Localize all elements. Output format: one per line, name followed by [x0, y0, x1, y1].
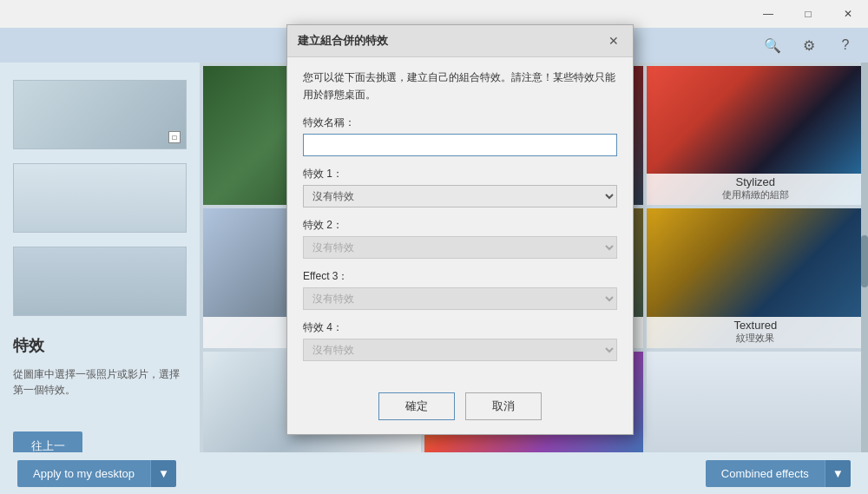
dialog: 建立組合併的特效 ✕ 您可以從下面去挑選，建立自己的組合特效。請注意！某些特效只…	[286, 24, 634, 434]
effect3-label: Effect 3：	[303, 269, 617, 284]
dialog-cancel-button[interactable]: 取消	[465, 392, 542, 420]
effect-name-input[interactable]	[303, 134, 617, 156]
dialog-title-bar: 建立組合併的特效 ✕	[287, 25, 633, 57]
effect-name-group: 特效名稱：	[303, 115, 617, 156]
effect2-label: 特效 2：	[303, 218, 617, 233]
dialog-footer: 確定 取消	[287, 384, 633, 434]
effect4-label: 特效 4：	[303, 320, 617, 335]
dialog-description: 您可以從下面去挑選，建立自己的組合特效。請注意！某些特效只能用於靜態桌面。	[303, 69, 617, 102]
dialog-ok-button[interactable]: 確定	[378, 392, 455, 420]
effect4-group: 特效 4： 沒有特效	[303, 320, 617, 361]
dialog-title: 建立組合併的特效	[298, 33, 388, 49]
effect-name-label: 特效名稱：	[303, 115, 617, 130]
dialog-overlay: 建立組合併的特效 ✕ 您可以從下面去挑選，建立自己的組合特效。請注意！某些特效只…	[0, 0, 868, 494]
dialog-close-button[interactable]: ✕	[605, 32, 622, 49]
effect1-label: 特效 1：	[303, 167, 617, 181]
effect2-group: 特效 2： 沒有特效	[303, 218, 617, 259]
effect1-group: 特效 1： 沒有特效	[303, 167, 617, 207]
effect3-select[interactable]: 沒有特效	[303, 287, 617, 310]
dialog-body: 您可以從下面去挑選，建立自己的組合特效。請注意！某些特效只能用於靜態桌面。 特效…	[287, 57, 633, 383]
effect4-select[interactable]: 沒有特效	[303, 339, 617, 361]
effect2-select[interactable]: 沒有特效	[303, 236, 617, 259]
effect3-group: Effect 3： 沒有特效	[303, 269, 617, 310]
effect1-select[interactable]: 沒有特效	[303, 185, 617, 207]
